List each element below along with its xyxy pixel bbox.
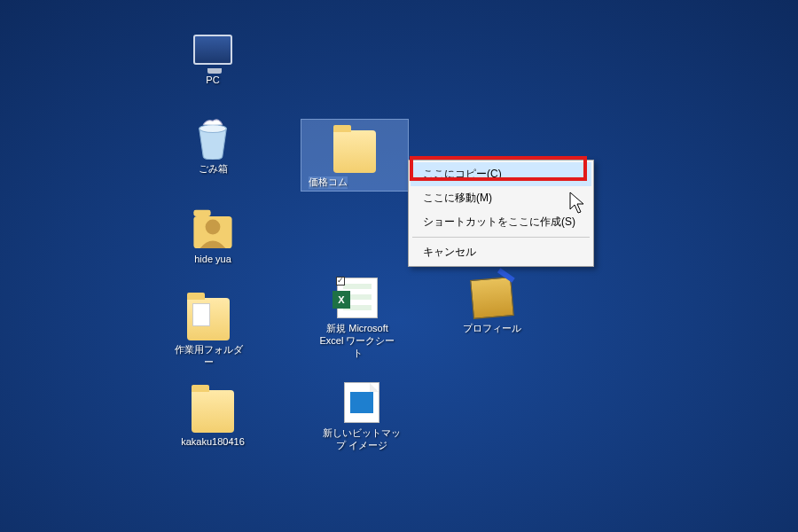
- desktop-icon-profile[interactable]: プロフィール: [452, 275, 532, 337]
- recycle-bin-icon: [192, 117, 234, 160]
- context-menu-item-create-shortcut-here[interactable]: ショートカットをここに作成(S): [411, 210, 591, 234]
- desktop-icon-work-folder[interactable]: 作業用フォルダー: [168, 296, 248, 371]
- drag-drop-context-menu: ここにコピー(C) ここに移動(M) ショートカットをここに作成(S) キャンセ…: [408, 160, 594, 267]
- desktop-icon-drop-target-folder[interactable]: 価格コム: [301, 120, 408, 191]
- user-folder-icon: [192, 207, 234, 250]
- svg-rect-2: [193, 209, 210, 215]
- desktop-icon-label: プロフィール: [463, 323, 521, 335]
- desktop-icon-pc[interactable]: PC: [173, 27, 253, 89]
- excel-file-icon: X: [336, 277, 379, 319]
- folder-icon: [187, 298, 230, 340]
- desktop-icon-label: ごみ箱: [199, 163, 228, 176]
- context-menu-separator: [412, 237, 590, 238]
- desktop-icon-label: 新しいビットマップ イメージ: [322, 427, 402, 452]
- desktop-icon-label: 新規 Microsoft Excel ワークシート: [317, 323, 397, 359]
- desktop-icon-excel-file[interactable]: X 新規 Microsoft Excel ワークシート: [309, 275, 406, 361]
- svg-point-3: [206, 219, 221, 234]
- profile-icon: [471, 277, 513, 319]
- desktop-icon-user-folder[interactable]: hide yua: [173, 206, 253, 268]
- bitmap-file-icon: [340, 381, 383, 424]
- context-menu-item-move-here[interactable]: ここに移動(M): [411, 186, 591, 210]
- desktop-icon-label: PC: [206, 74, 219, 87]
- context-menu-item-copy-here[interactable]: ここにコピー(C): [411, 162, 591, 186]
- desktop-icon-label: kakaku180416: [181, 436, 245, 449]
- desktop[interactable]: PC ごみ箱 hide yua 作業用フォルダー kakaku180416 価格…: [0, 0, 798, 532]
- pc-icon: [192, 28, 234, 71]
- svg-point-0: [200, 125, 227, 133]
- desktop-icon-label: 価格コム: [309, 176, 348, 189]
- mouse-cursor-icon: [569, 192, 587, 216]
- desktop-icon-recycle-bin[interactable]: ごみ箱: [173, 115, 253, 177]
- desktop-icon-kakaku-folder[interactable]: kakaku180416: [173, 388, 253, 450]
- folder-icon: [333, 130, 376, 173]
- excel-badge: X: [332, 291, 350, 309]
- folder-icon: [192, 390, 234, 433]
- desktop-icon-bitmap-file[interactable]: 新しいビットマップ イメージ: [309, 379, 415, 454]
- desktop-icon-label: 作業用フォルダー: [170, 344, 246, 369]
- context-menu-item-cancel[interactable]: キャンセル: [411, 240, 591, 264]
- desktop-icon-label: hide yua: [194, 254, 231, 266]
